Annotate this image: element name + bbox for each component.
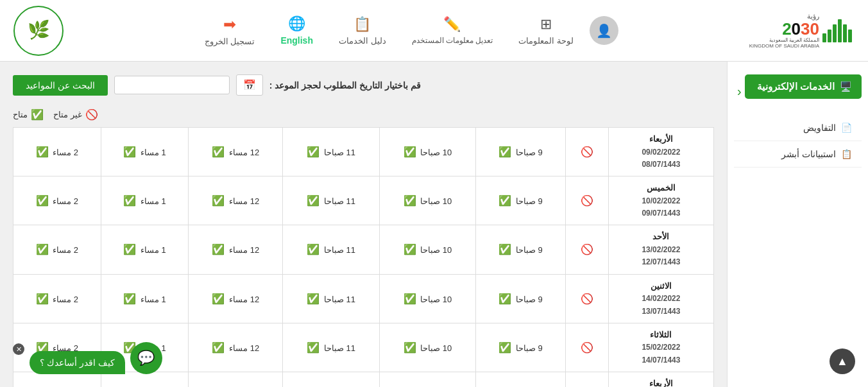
block-icon: 🚫 bbox=[581, 146, 593, 157]
time-slot-cell[interactable]: 11 صباحا ✅ bbox=[283, 372, 379, 387]
time-label: 9 صباحا bbox=[516, 148, 543, 157]
time-label: 12 مساء bbox=[229, 245, 259, 255]
day-name: الاثنين bbox=[617, 280, 706, 293]
time-slot-cell[interactable]: 12 مساء ✅ bbox=[189, 128, 283, 176]
update-info-label: تعديل معلومات المستخدم bbox=[412, 36, 493, 45]
time-label: 10 صباحا bbox=[420, 343, 452, 353]
date-input[interactable] bbox=[114, 76, 230, 94]
time-slot-cell[interactable]: 9 صباحا ✅ bbox=[476, 225, 566, 274]
time-label: 11 صباحا bbox=[324, 245, 355, 255]
time-slot-cell[interactable]: 12 مساء ✅ bbox=[189, 274, 283, 323]
time-slot-cell[interactable]: 10 صباحا ✅ bbox=[379, 372, 475, 387]
time-label: 2 مساء bbox=[53, 245, 78, 255]
absher-label: استبيانات أبشر bbox=[781, 149, 836, 159]
time-label: 12 مساء bbox=[229, 148, 259, 157]
check-icon: ✅ bbox=[212, 293, 225, 304]
time-label: 11 صباحا bbox=[324, 148, 355, 157]
time-slot-cell[interactable]: 12 مساء ✅ bbox=[189, 372, 283, 387]
sidebar-item-negotiations[interactable]: 📄 التفاويض bbox=[734, 115, 862, 141]
time-slot-cell[interactable]: 2 مساء ✅ bbox=[13, 225, 101, 274]
time-slot-cell[interactable]: 9 صباحا ✅ bbox=[476, 128, 566, 176]
unavailable-icon: 🚫 bbox=[85, 108, 98, 121]
day-name: الأربعاء bbox=[617, 133, 706, 146]
time-slot-cell[interactable]: 1 مساء ✅ bbox=[101, 274, 189, 323]
service-guide-button[interactable]: 📋 دليل الخدمات bbox=[329, 10, 396, 52]
date-cell: الثلاثاء 15/02/2022 14/07/1443 bbox=[608, 323, 713, 372]
search-button[interactable]: البحث عن المواعيد bbox=[13, 75, 108, 96]
sidebar-toggle[interactable]: ‹ bbox=[734, 81, 745, 102]
negotiations-icon: 📄 bbox=[841, 123, 852, 133]
time-slot-cell[interactable]: 9 صباحا ✅ bbox=[476, 323, 566, 372]
block-icon: 🚫 bbox=[581, 195, 593, 206]
time-slot-cell[interactable]: 12 مساء ✅ bbox=[189, 323, 283, 372]
day-name: الثلاثاء bbox=[617, 329, 706, 342]
dashboard-button[interactable]: ⊞ لوحة المعلومات bbox=[509, 10, 583, 52]
time-slot-cell[interactable]: 1 مساء ✅ bbox=[101, 225, 189, 274]
time-slot-cell[interactable]: 10 صباحا ✅ bbox=[379, 128, 475, 176]
avatar[interactable]: 👤 bbox=[590, 16, 618, 45]
check-icon: ✅ bbox=[404, 195, 416, 206]
time-label: 12 مساء bbox=[229, 196, 259, 206]
time-slot-cell[interactable]: 11 صباحا ✅ bbox=[283, 274, 379, 323]
sidebar-item-absher[interactable]: 📋 استبيانات أبشر bbox=[734, 141, 862, 168]
check-icon: ✅ bbox=[307, 342, 319, 353]
time-slot-cell[interactable]: 10 صباحا ✅ bbox=[379, 176, 475, 225]
check-icon: ✅ bbox=[498, 195, 511, 206]
chat-bubble[interactable]: كيف اقدر أساعدك ؟ bbox=[30, 351, 125, 374]
time-label: 2 مساء bbox=[53, 295, 78, 304]
time-slot-cell[interactable]: 9 صباحا ✅ bbox=[476, 372, 566, 387]
guide-label: دليل الخدمات bbox=[339, 36, 386, 46]
time-label: 10 صباحا bbox=[420, 148, 452, 157]
check-icon: ✅ bbox=[498, 244, 511, 255]
svg-text:🌿: 🌿 bbox=[28, 19, 50, 40]
time-slot-cell[interactable]: 1 مساء ✅ bbox=[101, 176, 189, 225]
search-label: قم باختيار التاريخ المطلوب لحجز الموعد : bbox=[269, 80, 421, 90]
date-cell: الأربعاء 16/02/2022 15/07/1443 bbox=[608, 372, 713, 387]
date-hijri: 09/07/1443 bbox=[617, 207, 706, 219]
chat-icon-button[interactable]: 💬 bbox=[130, 342, 162, 374]
avatar-icon: 👤 bbox=[596, 23, 612, 39]
header: 🌿 ➡ تسجيل الخروج 🌐 English 📋 دليل الخدما… bbox=[0, 0, 868, 62]
block-icon: 🚫 bbox=[581, 244, 593, 255]
time-label: 2 مساء bbox=[53, 148, 78, 157]
vision-logo: رؤية 2030 المملكة العربية السعودية KINGD… bbox=[749, 12, 855, 49]
time-slot-cell[interactable]: 10 صباحا ✅ bbox=[379, 225, 475, 274]
time-slot-cell[interactable]: 9 صباحا ✅ bbox=[476, 274, 566, 323]
time-slot-cell[interactable]: 12 مساء ✅ bbox=[189, 225, 283, 274]
time-slot-cell[interactable]: 9 صباحا ✅ bbox=[476, 176, 566, 225]
time-slot-cell[interactable]: 11 صباحا ✅ bbox=[283, 128, 379, 176]
date-gregorian: 09/02/2022 bbox=[617, 146, 706, 159]
time-slot-cell[interactable]: 11 صباحا ✅ bbox=[283, 323, 379, 372]
english-button[interactable]: 🌐 English bbox=[271, 9, 323, 52]
scroll-top-button[interactable]: ▲ bbox=[830, 348, 855, 374]
date-hijri: 12/07/1443 bbox=[617, 256, 706, 268]
time-slot-cell[interactable]: 2 مساء ✅ bbox=[13, 176, 101, 225]
time-slot-cell[interactable]: 2 مساء ✅ bbox=[13, 274, 101, 323]
table-row: الاثنين 14/02/2022 13/07/1443 🚫9 صباحا ✅… bbox=[13, 274, 714, 323]
check-icon: ✅ bbox=[36, 244, 49, 255]
time-slot-cell[interactable]: 10 صباحا ✅ bbox=[379, 274, 475, 323]
logout-button[interactable]: ➡ تسجيل الخروج bbox=[195, 9, 265, 53]
check-icon: ✅ bbox=[36, 146, 49, 157]
unavailable-label: غير متاح bbox=[53, 110, 82, 119]
time-slot-cell: 🚫 bbox=[565, 128, 608, 176]
time-slot-cell[interactable]: 10 صباحا ✅ bbox=[379, 323, 475, 372]
time-label: 10 صباحا bbox=[420, 196, 452, 206]
time-slot-cell[interactable]: 11 صباحا ✅ bbox=[283, 176, 379, 225]
chat-close-button[interactable]: ✕ bbox=[13, 343, 24, 355]
content-area: قم باختيار التاريخ المطلوب لحجز الموعد :… bbox=[0, 62, 727, 387]
calendar-button[interactable]: 📅 bbox=[236, 74, 263, 96]
check-icon: ✅ bbox=[123, 195, 136, 206]
time-slot-cell[interactable]: 12 مساء ✅ bbox=[189, 176, 283, 225]
update-info-button[interactable]: ✏️ تعديل معلومات المستخدم bbox=[402, 10, 503, 51]
check-icon: ✅ bbox=[123, 244, 136, 255]
legend-available: ✅ متاح bbox=[13, 108, 44, 121]
negotiations-label: التفاويض bbox=[803, 123, 836, 133]
time-slot-cell[interactable]: 1 مساء ✅ bbox=[101, 128, 189, 176]
time-slot-cell[interactable]: 11 صباحا ✅ bbox=[283, 225, 379, 274]
check-yellow-icon: ✅ bbox=[123, 146, 136, 157]
legend: 🚫 غير متاح ✅ متاح bbox=[13, 108, 714, 121]
check-icon: ✅ bbox=[123, 293, 136, 304]
day-name: الأحد bbox=[617, 230, 706, 244]
time-slot-cell[interactable]: 2 مساء ✅ bbox=[13, 128, 101, 176]
